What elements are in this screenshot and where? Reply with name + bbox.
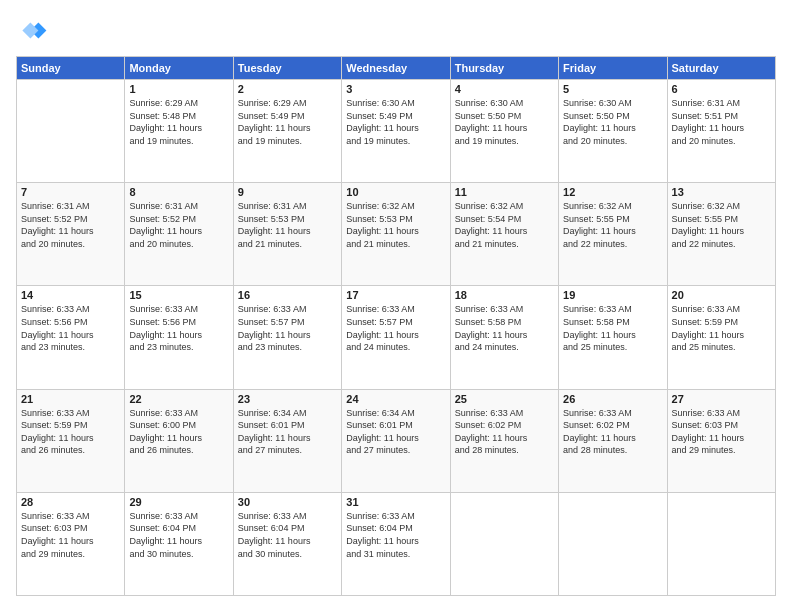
calendar-day-16: 16Sunrise: 6:33 AM Sunset: 5:57 PM Dayli… (233, 286, 341, 389)
day-number: 27 (672, 393, 771, 405)
day-info: Sunrise: 6:30 AM Sunset: 5:50 PM Dayligh… (563, 97, 662, 147)
day-number: 11 (455, 186, 554, 198)
day-info: Sunrise: 6:31 AM Sunset: 5:51 PM Dayligh… (672, 97, 771, 147)
calendar-day-29: 29Sunrise: 6:33 AM Sunset: 6:04 PM Dayli… (125, 492, 233, 595)
day-number: 9 (238, 186, 337, 198)
calendar-day-22: 22Sunrise: 6:33 AM Sunset: 6:00 PM Dayli… (125, 389, 233, 492)
calendar-day-26: 26Sunrise: 6:33 AM Sunset: 6:02 PM Dayli… (559, 389, 667, 492)
weekday-header-friday: Friday (559, 57, 667, 80)
calendar-day-27: 27Sunrise: 6:33 AM Sunset: 6:03 PM Dayli… (667, 389, 775, 492)
day-number: 24 (346, 393, 445, 405)
day-number: 15 (129, 289, 228, 301)
calendar-day-3: 3Sunrise: 6:30 AM Sunset: 5:49 PM Daylig… (342, 80, 450, 183)
day-info: Sunrise: 6:29 AM Sunset: 5:49 PM Dayligh… (238, 97, 337, 147)
calendar-day-2: 2Sunrise: 6:29 AM Sunset: 5:49 PM Daylig… (233, 80, 341, 183)
header (16, 16, 776, 48)
calendar-day-28: 28Sunrise: 6:33 AM Sunset: 6:03 PM Dayli… (17, 492, 125, 595)
calendar-table: SundayMondayTuesdayWednesdayThursdayFrid… (16, 56, 776, 596)
day-info: Sunrise: 6:32 AM Sunset: 5:54 PM Dayligh… (455, 200, 554, 250)
logo (16, 16, 52, 48)
calendar-day-25: 25Sunrise: 6:33 AM Sunset: 6:02 PM Dayli… (450, 389, 558, 492)
day-number: 13 (672, 186, 771, 198)
calendar-day-1: 1Sunrise: 6:29 AM Sunset: 5:48 PM Daylig… (125, 80, 233, 183)
day-info: Sunrise: 6:33 AM Sunset: 5:57 PM Dayligh… (238, 303, 337, 353)
day-info: Sunrise: 6:32 AM Sunset: 5:55 PM Dayligh… (672, 200, 771, 250)
day-info: Sunrise: 6:33 AM Sunset: 5:56 PM Dayligh… (21, 303, 120, 353)
calendar-day-4: 4Sunrise: 6:30 AM Sunset: 5:50 PM Daylig… (450, 80, 558, 183)
calendar-week-row: 28Sunrise: 6:33 AM Sunset: 6:03 PM Dayli… (17, 492, 776, 595)
day-info: Sunrise: 6:32 AM Sunset: 5:55 PM Dayligh… (563, 200, 662, 250)
day-number: 12 (563, 186, 662, 198)
weekday-header-monday: Monday (125, 57, 233, 80)
day-info: Sunrise: 6:30 AM Sunset: 5:50 PM Dayligh… (455, 97, 554, 147)
day-info: Sunrise: 6:33 AM Sunset: 6:03 PM Dayligh… (21, 510, 120, 560)
day-number: 4 (455, 83, 554, 95)
day-number: 31 (346, 496, 445, 508)
day-number: 10 (346, 186, 445, 198)
calendar-day-8: 8Sunrise: 6:31 AM Sunset: 5:52 PM Daylig… (125, 183, 233, 286)
weekday-header-sunday: Sunday (17, 57, 125, 80)
day-number: 20 (672, 289, 771, 301)
calendar-week-row: 1Sunrise: 6:29 AM Sunset: 5:48 PM Daylig… (17, 80, 776, 183)
day-number: 6 (672, 83, 771, 95)
day-number: 14 (21, 289, 120, 301)
day-number: 28 (21, 496, 120, 508)
calendar-day-18: 18Sunrise: 6:33 AM Sunset: 5:58 PM Dayli… (450, 286, 558, 389)
day-number: 16 (238, 289, 337, 301)
day-info: Sunrise: 6:33 AM Sunset: 6:04 PM Dayligh… (129, 510, 228, 560)
day-number: 22 (129, 393, 228, 405)
day-info: Sunrise: 6:33 AM Sunset: 6:04 PM Dayligh… (346, 510, 445, 560)
calendar-day-24: 24Sunrise: 6:34 AM Sunset: 6:01 PM Dayli… (342, 389, 450, 492)
day-number: 30 (238, 496, 337, 508)
day-info: Sunrise: 6:33 AM Sunset: 5:57 PM Dayligh… (346, 303, 445, 353)
day-info: Sunrise: 6:33 AM Sunset: 6:02 PM Dayligh… (563, 407, 662, 457)
day-number: 2 (238, 83, 337, 95)
calendar-empty-cell (17, 80, 125, 183)
day-info: Sunrise: 6:31 AM Sunset: 5:52 PM Dayligh… (129, 200, 228, 250)
calendar-week-row: 21Sunrise: 6:33 AM Sunset: 5:59 PM Dayli… (17, 389, 776, 492)
day-info: Sunrise: 6:33 AM Sunset: 6:04 PM Dayligh… (238, 510, 337, 560)
calendar-header-row: SundayMondayTuesdayWednesdayThursdayFrid… (17, 57, 776, 80)
day-info: Sunrise: 6:31 AM Sunset: 5:52 PM Dayligh… (21, 200, 120, 250)
calendar-day-19: 19Sunrise: 6:33 AM Sunset: 5:58 PM Dayli… (559, 286, 667, 389)
day-info: Sunrise: 6:30 AM Sunset: 5:49 PM Dayligh… (346, 97, 445, 147)
calendar-day-12: 12Sunrise: 6:32 AM Sunset: 5:55 PM Dayli… (559, 183, 667, 286)
day-number: 17 (346, 289, 445, 301)
calendar-day-5: 5Sunrise: 6:30 AM Sunset: 5:50 PM Daylig… (559, 80, 667, 183)
page: SundayMondayTuesdayWednesdayThursdayFrid… (0, 0, 792, 612)
calendar-day-7: 7Sunrise: 6:31 AM Sunset: 5:52 PM Daylig… (17, 183, 125, 286)
calendar-empty-cell (559, 492, 667, 595)
calendar-week-row: 7Sunrise: 6:31 AM Sunset: 5:52 PM Daylig… (17, 183, 776, 286)
calendar-day-20: 20Sunrise: 6:33 AM Sunset: 5:59 PM Dayli… (667, 286, 775, 389)
calendar-day-14: 14Sunrise: 6:33 AM Sunset: 5:56 PM Dayli… (17, 286, 125, 389)
day-number: 8 (129, 186, 228, 198)
day-info: Sunrise: 6:29 AM Sunset: 5:48 PM Dayligh… (129, 97, 228, 147)
calendar-empty-cell (450, 492, 558, 595)
calendar-empty-cell (667, 492, 775, 595)
calendar-day-9: 9Sunrise: 6:31 AM Sunset: 5:53 PM Daylig… (233, 183, 341, 286)
day-number: 7 (21, 186, 120, 198)
day-info: Sunrise: 6:31 AM Sunset: 5:53 PM Dayligh… (238, 200, 337, 250)
calendar-day-31: 31Sunrise: 6:33 AM Sunset: 6:04 PM Dayli… (342, 492, 450, 595)
day-info: Sunrise: 6:33 AM Sunset: 5:58 PM Dayligh… (455, 303, 554, 353)
calendar-day-15: 15Sunrise: 6:33 AM Sunset: 5:56 PM Dayli… (125, 286, 233, 389)
day-info: Sunrise: 6:33 AM Sunset: 5:59 PM Dayligh… (672, 303, 771, 353)
day-number: 26 (563, 393, 662, 405)
weekday-header-tuesday: Tuesday (233, 57, 341, 80)
calendar-day-23: 23Sunrise: 6:34 AM Sunset: 6:01 PM Dayli… (233, 389, 341, 492)
calendar-day-10: 10Sunrise: 6:32 AM Sunset: 5:53 PM Dayli… (342, 183, 450, 286)
day-number: 3 (346, 83, 445, 95)
day-info: Sunrise: 6:34 AM Sunset: 6:01 PM Dayligh… (238, 407, 337, 457)
calendar-day-11: 11Sunrise: 6:32 AM Sunset: 5:54 PM Dayli… (450, 183, 558, 286)
day-number: 5 (563, 83, 662, 95)
logo-icon (16, 16, 48, 48)
day-info: Sunrise: 6:33 AM Sunset: 5:58 PM Dayligh… (563, 303, 662, 353)
day-info: Sunrise: 6:32 AM Sunset: 5:53 PM Dayligh… (346, 200, 445, 250)
day-info: Sunrise: 6:33 AM Sunset: 5:59 PM Dayligh… (21, 407, 120, 457)
day-info: Sunrise: 6:33 AM Sunset: 5:56 PM Dayligh… (129, 303, 228, 353)
weekday-header-saturday: Saturday (667, 57, 775, 80)
calendar-week-row: 14Sunrise: 6:33 AM Sunset: 5:56 PM Dayli… (17, 286, 776, 389)
calendar-day-6: 6Sunrise: 6:31 AM Sunset: 5:51 PM Daylig… (667, 80, 775, 183)
day-number: 21 (21, 393, 120, 405)
calendar-day-17: 17Sunrise: 6:33 AM Sunset: 5:57 PM Dayli… (342, 286, 450, 389)
